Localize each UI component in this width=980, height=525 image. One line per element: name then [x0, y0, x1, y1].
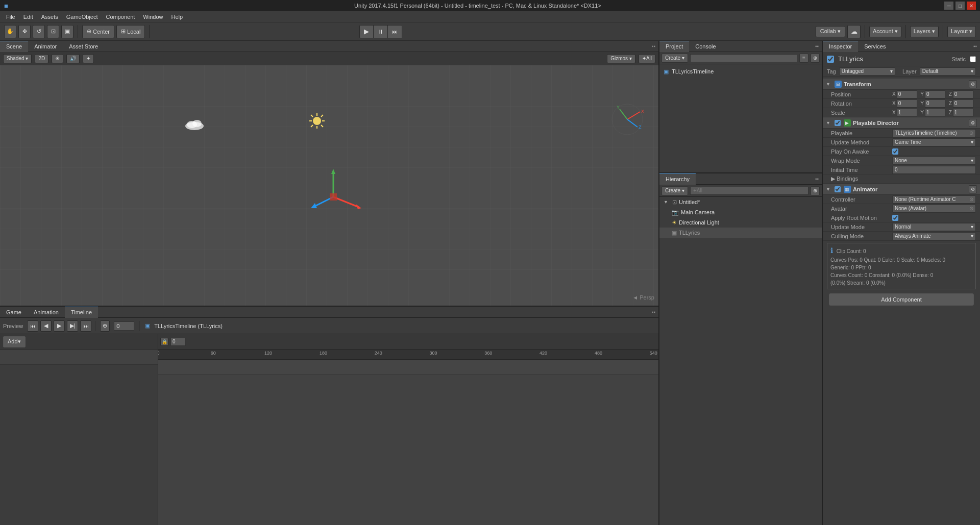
asset-tl-lyrics[interactable]: ▣ TLLyricsTimeline [659, 66, 822, 77]
play-button[interactable]: ▶ [359, 25, 374, 38]
hier-item-untitled[interactable]: ▼ ⊡ Untitled* [659, 197, 822, 207]
pos-y-input[interactable] [925, 90, 945, 98]
tl-play-btn[interactable]: ▶ [54, 320, 65, 332]
tl-end-btn[interactable]: ⏭ [80, 320, 91, 332]
tl-prev-btn[interactable]: ◀ [40, 320, 52, 332]
collab-button[interactable]: Collab ▾ [816, 26, 845, 37]
center-button[interactable]: ⊕ Center [82, 25, 114, 38]
tl-next-btn[interactable]: ▶| [67, 320, 78, 332]
obj-active-checkbox[interactable] [827, 56, 834, 63]
tl-time-input2[interactable] [170, 338, 186, 346]
tool-move[interactable]: ✥ [18, 25, 31, 38]
bindings-row[interactable]: ▶ Bindings [823, 174, 980, 184]
layer-dropdown[interactable]: Default ▾ [920, 67, 976, 76]
pd-enabled-checkbox[interactable] [835, 120, 841, 126]
menu-assets[interactable]: Assets [37, 13, 62, 21]
update-method-dropdown[interactable]: Game Time ▾ [892, 138, 976, 146]
scale-z-input[interactable] [953, 109, 973, 117]
pause-button[interactable]: ⏸ [374, 25, 388, 38]
menubar: File Edit Assets GameObject Component Wi… [0, 11, 980, 22]
anim-enabled-checkbox[interactable] [835, 186, 841, 192]
play-on-awake-checkbox[interactable] [892, 148, 898, 155]
gizmos-dropdown[interactable]: Gizmos ▾ [607, 54, 635, 63]
transform-settings-btn[interactable]: ⚙ [969, 80, 977, 88]
project-icons-btn[interactable]: ≡ [799, 54, 808, 63]
tl-start-btn[interactable]: ⏮ [27, 320, 38, 332]
project-filter-btn[interactable]: ⊕ [811, 54, 820, 63]
playable-director-header[interactable]: ▼ ▶ Playable Director ⚙ [823, 117, 980, 129]
scale-x-input[interactable] [897, 109, 917, 117]
hier-create-btn[interactable]: Create ▾ [662, 186, 688, 195]
rot-z-input[interactable] [953, 99, 973, 108]
avatar-dropdown[interactable]: None (Avatar) ⊙ [892, 205, 976, 213]
apply-root-checkbox[interactable] [892, 215, 898, 221]
menu-gameobject[interactable]: GameObject [62, 13, 102, 21]
tab-hierarchy[interactable]: Hierarchy [659, 173, 696, 185]
tl-lock-btn[interactable]: 🔒 [160, 338, 168, 346]
light-toggle[interactable]: ☀ [52, 54, 63, 63]
tl-frame-input[interactable] [114, 321, 134, 331]
static-checkbox[interactable] [970, 56, 976, 62]
fx-toggle[interactable]: ✦ [83, 54, 94, 63]
tab-animator[interactable]: Animator [28, 41, 63, 52]
step-button[interactable]: ⏭ [388, 25, 402, 38]
menu-window[interactable]: Window [139, 13, 167, 21]
tag-dropdown[interactable]: Untagged ▾ [839, 67, 895, 76]
update-mode-dropdown[interactable]: Normal ▾ [892, 223, 976, 231]
tl-record-btn[interactable]: ⊕ [100, 320, 110, 332]
tab-timeline[interactable]: Timeline [65, 307, 98, 318]
transform-header[interactable]: ▼ ⊞ Transform ⚙ [823, 79, 980, 90]
tab-scene[interactable]: Scene [0, 41, 28, 52]
tab-asset-store[interactable]: Asset Store [63, 41, 104, 52]
tab-inspector[interactable]: Inspector [823, 41, 858, 52]
tab-project[interactable]: Project [659, 41, 689, 52]
playable-dropdown[interactable]: TLLyricsTimeline (Timeline) ⊙ [892, 129, 976, 137]
tab-game[interactable]: Game [0, 307, 28, 318]
account-dropdown[interactable]: Account ▾ [869, 26, 901, 37]
project-search[interactable] [690, 54, 797, 62]
project-create-btn[interactable]: Create ▾ [662, 54, 688, 63]
tab-animation[interactable]: Animation [28, 307, 65, 318]
tab-console[interactable]: Console [689, 41, 722, 52]
layout-dropdown[interactable]: Layout ▾ [947, 26, 976, 37]
2d-button[interactable]: 2D [35, 54, 48, 63]
maximize-button[interactable]: □ [955, 2, 965, 10]
controller-dropdown[interactable]: None (Runtime Animator C ⊙ [892, 195, 976, 204]
hier-item-tl-lyrics[interactable]: ▣ TLLyrics [659, 228, 822, 238]
menu-edit[interactable]: Edit [19, 13, 37, 21]
all-filter[interactable]: ✦All [639, 54, 655, 63]
anim-settings-btn[interactable]: ⚙ [969, 185, 977, 193]
pos-z-input[interactable] [953, 90, 973, 98]
audio-toggle[interactable]: 🔊 [66, 54, 80, 63]
culling-dropdown[interactable]: Always Animate ▾ [892, 232, 976, 240]
shaded-dropdown[interactable]: Shaded ▾ [3, 54, 32, 63]
tool-scale[interactable]: ⊡ [47, 25, 59, 38]
pos-x-input[interactable] [897, 90, 917, 98]
menu-file[interactable]: File [2, 13, 19, 21]
local-button[interactable]: ⊞ Local [116, 25, 145, 38]
close-button[interactable]: ✕ [967, 2, 976, 10]
animator-header[interactable]: ▼ ▦ Animator ⚙ [823, 184, 980, 195]
hier-item-main-camera[interactable]: 📷 Main Camera [659, 207, 822, 217]
initial-time-input[interactable] [892, 166, 976, 174]
rot-y-input[interactable] [925, 99, 945, 108]
menu-help[interactable]: Help [167, 13, 187, 21]
menu-component[interactable]: Component [102, 13, 139, 21]
scale-y-input[interactable] [925, 109, 945, 117]
minimize-button[interactable]: ─ [944, 2, 953, 10]
hier-item-dir-light[interactable]: ☀ Directional Light [659, 217, 822, 228]
hier-search[interactable] [690, 187, 808, 195]
pd-settings-btn[interactable]: ⚙ [969, 119, 977, 127]
cloud-button[interactable]: ☁ [847, 25, 861, 38]
tool-rect[interactable]: ▣ [61, 25, 74, 38]
rot-x-input[interactable] [897, 99, 917, 108]
tl-add-button[interactable]: Add▾ [3, 336, 26, 347]
tool-hand[interactable]: ✋ [4, 25, 16, 38]
hier-filter-btn[interactable]: ⊕ [811, 186, 820, 195]
scene-canvas[interactable]: X Y Z ◄ Persp [0, 65, 658, 306]
add-component-button[interactable]: Add Component [829, 293, 974, 306]
tool-rotate[interactable]: ↺ [33, 25, 45, 38]
layers-dropdown[interactable]: Layers ▾ [910, 26, 939, 37]
tab-services[interactable]: Services [858, 41, 892, 52]
wrap-mode-dropdown[interactable]: None ▾ [892, 157, 976, 165]
